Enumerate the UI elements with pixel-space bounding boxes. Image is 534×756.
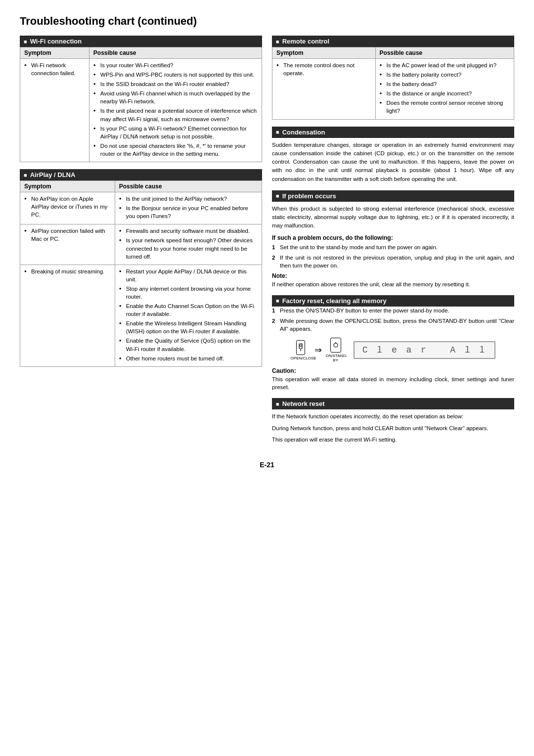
list-item: Restart your Apple AirPlay / DLNA device… [119,267,258,283]
svg-point-2 [300,345,302,347]
list-item: Is the distance or angle incorrect? [380,89,510,97]
open-close-label: OPEN/CLOSE [291,356,311,360]
airplay-section: AirPlay / DLNA Symptom Possible cause No… [20,169,262,367]
if-problem-subheading: If such a problem occurs, do the followi… [272,234,514,241]
network-reset-text3: This operation will erase the current Wi… [272,436,514,444]
airplay-causes: Firewalls and security software must be … [115,224,262,265]
factory-reset-section: Factory reset, clearing all memory 1 Pre… [272,295,514,391]
device-icons: OPEN/CLOSE ⇒ ON/STAND-BY [291,338,346,362]
list-item: 2 If the unit is not restored in the pre… [272,254,514,269]
list-item: No AirPlay icon on Apple AirPlay device … [24,195,111,219]
list-item: Does the remote control sensor receive s… [380,99,510,115]
airplay-header: AirPlay / DLNA [20,169,262,180]
list-item: Is the AC power lead of the unit plugged… [380,61,510,69]
wifi-table: Symptom Possible cause Wi-Fi network con… [20,47,262,162]
remote-symptom-text: The remote control does not operate. [276,61,371,77]
airplay-causes: Is the unit joined to the AirPlay networ… [115,192,262,224]
airplay-col1-header: Symptom [20,181,115,192]
wifi-col1-header: Symptom [20,47,89,59]
remote-causes-1: Is the AC power lead of the unit plugged… [375,59,514,120]
network-reset-header: Network reset [272,398,514,409]
wifi-section: Wi-Fi connection Symptom Possible cause … [20,36,262,162]
note-label: Note: [272,272,514,279]
list-item: Is the battery dead? [380,80,510,88]
on-standby-label: ON/STAND-BY [326,354,346,362]
list-item: Is the battery polarity correct? [380,71,510,79]
page-title: Troubleshooting chart (continued) [20,15,514,28]
remote-col1-header: Symptom [272,47,376,59]
table-row: No AirPlay icon on Apple AirPlay device … [20,192,262,224]
network-reset-text1: If the Network function operates incorre… [272,412,514,421]
airplay-symptom: AirPlay connection failed with Mac or PC… [20,224,115,265]
wifi-symptom-1: Wi-Fi network connection failed. [20,59,89,162]
list-item: Is the unit placed near a potential sour… [93,107,258,123]
list-item: Enable the Quality of Service (QoS) opti… [119,337,258,353]
wifi-symptom-text: Wi-Fi network connection failed. [24,61,85,77]
list-item: Do not use special characters like '%, #… [93,142,258,158]
right-column: Remote control Symptom Possible cause Th… [272,36,514,451]
list-item: Enable the Wireless Intelligent Stream H… [119,319,258,335]
remote-section: Remote control Symptom Possible cause Th… [272,36,514,120]
airplay-causes: Restart your Apple AirPlay / DLNA device… [115,265,262,366]
airplay-table: Symptom Possible cause No AirPlay icon o… [20,180,262,367]
note-text: If neither operation above restores the … [272,280,514,288]
lcd-display: C l e a r A l l [354,341,496,359]
table-row: Wi-Fi network connection failed. Is your… [20,59,262,162]
remote-header: Remote control [272,36,514,47]
list-item: Avoid using Wi-Fi channel which is much … [93,89,258,105]
network-reset-section: Network reset If the Network function op… [272,398,514,444]
list-item: Is the Bonjour service in your PC enable… [119,204,258,220]
on-standby-btn-icon: ON/STAND-BY [326,338,346,362]
condensation-section: Condensation Sudden temperature changes,… [272,127,514,183]
arrow-icon: ⇒ [314,345,322,356]
list-item: Is your router Wi-Fi certified? [93,61,258,69]
left-column: Wi-Fi connection Symptom Possible cause … [20,36,262,451]
remote-col2-header: Possible cause [375,47,514,59]
table-row: AirPlay connection failed with Mac or PC… [20,224,262,265]
table-row: Breaking of music streaming.Restart your… [20,265,262,366]
list-item: Firewalls and security software must be … [119,227,258,235]
remote-symptom-1: The remote control does not operate. [272,59,376,120]
remote-table: Symptom Possible cause The remote contro… [272,47,514,120]
list-item: Is your PC using a Wi-Fi network? Ethern… [93,125,258,140]
network-reset-text2: During Network function, press and hold … [272,424,514,433]
list-item: WPS-Pin and WPS-PBC routers is not suppo… [93,71,258,79]
list-item: Other home routers must be turned off. [119,355,258,362]
clear-all-display: OPEN/CLOSE ⇒ ON/STAND-BY C l e a r A [272,338,514,362]
if-problem-header: If problem occurs [272,190,514,202]
caution-label: Caution: [272,367,514,374]
open-close-btn-icon: OPEN/CLOSE [291,340,311,360]
wifi-header: Wi-Fi connection [20,36,262,47]
wifi-col2-header: Possible cause [89,47,262,59]
list-item: 1 Set the unit to the stand-by mode and … [272,243,514,251]
airplay-col2-header: Possible cause [115,181,262,192]
caution-text: This operation will erase all data store… [272,375,514,391]
list-item: Enable the Auto Channel Scan Option on t… [119,302,258,318]
condensation-header: Condensation [272,127,514,138]
factory-reset-header: Factory reset, clearing all memory [272,295,514,307]
table-row: The remote control does not operate. Is … [272,59,514,120]
airplay-symptom: Breaking of music streaming. [20,265,115,366]
wifi-causes-1: Is your router Wi-Fi certified?WPS-Pin a… [89,59,262,162]
page-number: E-21 [20,461,514,469]
condensation-text: Sudden temperature changes, storage or o… [272,141,514,183]
if-problem-section: If problem occurs When this product is s… [272,190,514,288]
svg-point-3 [334,343,338,347]
list-item: Is your network speed fast enough? Other… [119,236,258,260]
if-problem-text: When this product is subjected to strong… [272,205,514,230]
list-item: Is the unit joined to the AirPlay networ… [119,195,258,203]
list-item: Stop any internet content browsing via y… [119,285,258,301]
list-item: Breaking of music streaming. [24,267,111,275]
list-item: 1 Press the ON/STAND-BY button to enter … [272,307,514,314]
list-item: 2 While pressing down the OPEN/CLOSE but… [272,317,514,333]
airplay-symptom: No AirPlay icon on Apple AirPlay device … [20,192,115,224]
list-item: AirPlay connection failed with Mac or PC… [24,227,111,243]
list-item: Is the SSID broadcast on the Wi-Fi route… [93,80,258,88]
